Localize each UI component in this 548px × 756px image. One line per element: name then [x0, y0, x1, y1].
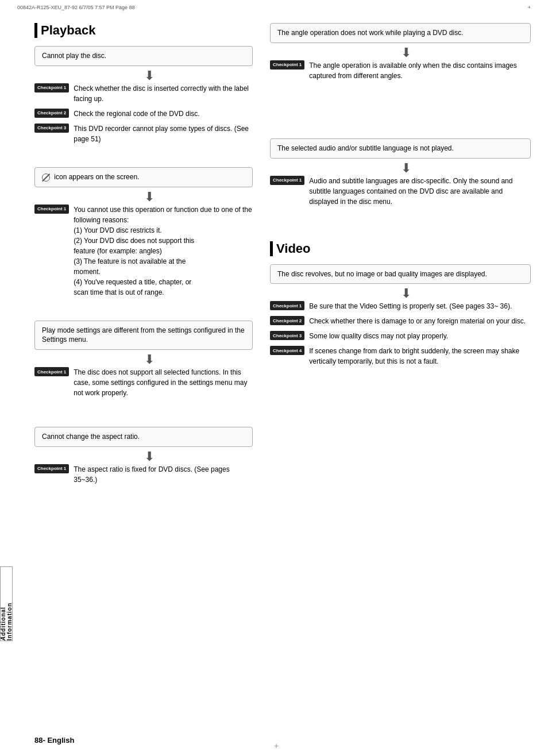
problem-box-icon-appears: icon appears on the screen.: [34, 167, 253, 187]
checkpoint-row: Checkpoint 1 The aspect ratio is fixed f…: [34, 464, 253, 485]
checkpoint-row: Checkpoint 3 Some low quality discs may …: [270, 331, 531, 341]
checkpoint-badge-1: Checkpoint 1: [34, 367, 69, 376]
checkpoint-badge-1: Checkpoint 1: [270, 60, 304, 70]
checkpoint-row: Checkpoint 1 The angle operation is avai…: [270, 60, 531, 81]
checkpoint-badge-1: Checkpoint 1: [34, 205, 69, 214]
checkpoint-row: Checkpoint 4 If scenes change from dark …: [270, 346, 531, 367]
checkpoint-row: Checkpoint 3 This DVD recorder cannot pl…: [34, 124, 253, 144]
block-audio-subtitle: The selected audio and/or subtitle langu…: [270, 138, 531, 207]
arrow-aspect-ratio: ⬇: [46, 450, 253, 463]
checkpoint-badge-3: Checkpoint 3: [34, 124, 69, 133]
title-bar-video: [270, 241, 273, 256]
checkpoint-text-2: Check whether there is damage to or any …: [309, 316, 531, 326]
checkpoint-badge-1: Checkpoint 1: [34, 464, 69, 473]
problem-box-cannot-play: Cannot play the disc.: [34, 46, 253, 66]
problem-box-aspect-ratio: Cannot change the aspect ratio.: [34, 427, 253, 447]
checkpoint-text-1: The disc does not support all selected f…: [74, 367, 253, 398]
block-cannot-play: Cannot play the disc. ⬇ Checkpoint 1 Che…: [34, 46, 253, 144]
block-icon-appears: icon appears on the screen. ⬇ Checkpoint…: [34, 167, 253, 298]
checkpoint-badge-2: Checkpoint 2: [270, 316, 304, 325]
checkpoint-text-3: Some low quality discs may not play prop…: [309, 331, 531, 341]
checkpoint-text-1: The angle operation is available only wh…: [309, 60, 531, 81]
block-play-mode: Play mode settings are different from th…: [34, 321, 253, 399]
problem-box-audio: The selected audio and/or subtitle langu…: [270, 138, 531, 159]
checkpoint-text-1: Be sure that the Video Setting is proper…: [309, 301, 531, 311]
bottom-crosshair: +: [274, 741, 279, 750]
checkpoint-row: Checkpoint 2 Check whether there is dama…: [270, 316, 531, 326]
checkpoint-text-1: You cannot use this operation or functio…: [74, 205, 253, 298]
side-tab-a: A: [0, 636, 6, 641]
checkpoint-badge-1: Checkpoint 1: [270, 301, 304, 310]
page-number: 88- English: [34, 736, 74, 745]
side-tab-text: Additional Information: [0, 567, 13, 641]
arrow-play-mode: ⬇: [46, 353, 253, 366]
checkpoint-badge-1: Checkpoint 1: [270, 176, 304, 185]
arrow-audio: ⬇: [281, 162, 531, 175]
main-content: Playback Cannot play the disc. ⬇ Checkpo…: [34, 23, 531, 496]
checkpoint-row: Checkpoint 1 The disc does not support a…: [34, 367, 253, 398]
header-crosshair: +: [528, 5, 531, 10]
prohibition-icon: [42, 173, 50, 182]
checkpoint-badge-4: Checkpoint 4: [270, 346, 304, 355]
right-column: The angle operation does not work while …: [270, 23, 531, 496]
page-container: 00842A-R125-XEU_87-92 6/7/05 7:57 PM Pag…: [0, 0, 548, 756]
problem-box-disc-revolves: The disc revolves, but no image or bad q…: [270, 264, 531, 284]
title-bar: [34, 23, 37, 38]
header-left: 00842A-R125-XEU_87-92 6/7/05 7:57 PM Pag…: [17, 5, 135, 10]
arrow-disc-revolves: ⬇: [281, 287, 531, 300]
page-header: 00842A-R125-XEU_87-92 6/7/05 7:57 PM Pag…: [17, 5, 531, 10]
problem-box-play-mode: Play mode settings are different from th…: [34, 321, 253, 350]
block-disc-revolves: The disc revolves, but no image or bad q…: [270, 264, 531, 367]
checkpoint-row: Checkpoint 2 Check the regional code of …: [34, 109, 253, 119]
checkpoint-badge-2: Checkpoint 2: [34, 109, 69, 118]
checkpoint-row: Checkpoint 1 Be sure that the Video Sett…: [270, 301, 531, 311]
checkpoint-row: Checkpoint 1 Audio and subtitle language…: [270, 176, 531, 207]
side-tab: Additional Information: [0, 566, 13, 641]
block-angle-op: The angle operation does not work while …: [270, 23, 531, 81]
playback-title: Playback: [34, 23, 253, 38]
checkpoint-text-1: The aspect ratio is fixed for DVD discs.…: [74, 464, 253, 485]
checkpoint-text-3: This DVD recorder cannot play some types…: [74, 124, 253, 144]
checkpoint-row: Checkpoint 1 Check whether the disc is i…: [34, 83, 253, 104]
left-column: Playback Cannot play the disc. ⬇ Checkpo…: [34, 23, 253, 496]
checkpoint-text-1: Check whether the disc is inserted corre…: [74, 83, 253, 104]
arrow-angle: ⬇: [281, 47, 531, 59]
checkpoint-text-4: If scenes change from dark to bright sud…: [309, 346, 531, 367]
arrow-icon-appears: ⬇: [46, 191, 253, 203]
arrow-cannot-play: ⬇: [46, 70, 253, 82]
block-aspect-ratio: Cannot change the aspect ratio. ⬇ Checkp…: [34, 427, 253, 485]
checkpoint-badge-1: Checkpoint 1: [34, 83, 69, 92]
checkpoint-text-2: Check the regional code of the DVD disc.: [74, 109, 253, 119]
checkpoint-row: Checkpoint 1 You cannot use this operati…: [34, 205, 253, 298]
checkpoint-text-1: Audio and subtitle languages are disc-sp…: [309, 176, 531, 207]
problem-box-angle: The angle operation does not work while …: [270, 23, 531, 43]
video-title: Video: [270, 241, 531, 256]
checkpoint-badge-3: Checkpoint 3: [270, 331, 304, 340]
